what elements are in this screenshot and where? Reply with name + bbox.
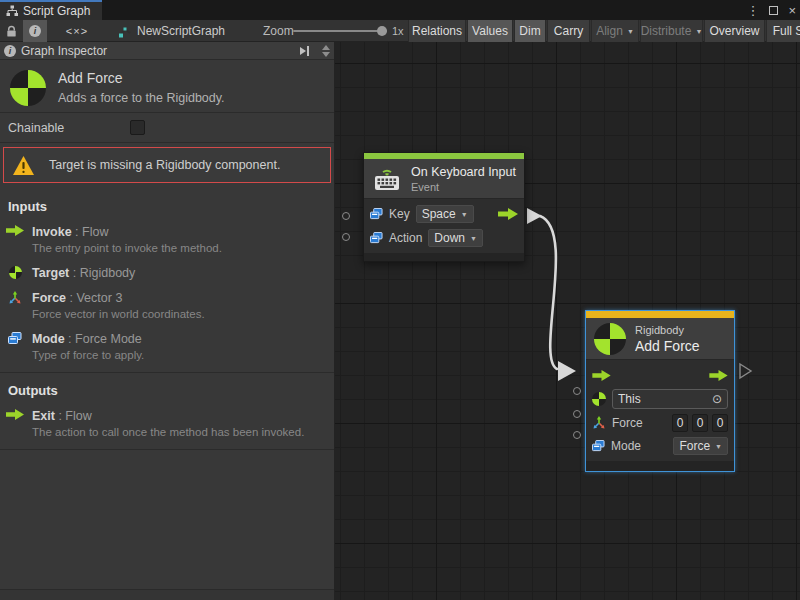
info-button[interactable]: i <box>23 20 47 42</box>
wire-start-arrow-icon[interactable] <box>527 208 542 224</box>
chainable-checkbox[interactable] <box>130 120 145 135</box>
carry-button[interactable]: Carry <box>547 20 590 42</box>
rigidbody-icon <box>594 323 626 355</box>
warning-box: Target is missing a Rigidbody component. <box>3 147 331 183</box>
lock-icon <box>5 25 18 38</box>
zoom-value: 1x <box>392 20 404 42</box>
key-dropdown[interactable]: Space ▼ <box>416 205 474 223</box>
panel-spinner[interactable] <box>322 45 330 57</box>
graph-breadcrumb[interactable]: NewScriptGraph <box>118 20 225 42</box>
menu-icon[interactable]: ⋮ <box>746 3 759 18</box>
graph-name-label: NewScriptGraph <box>137 24 225 38</box>
values-label: Values <box>472 24 508 38</box>
relations-button[interactable]: Relations <box>408 20 466 42</box>
node-footer <box>586 461 734 471</box>
flow-arrow-icon <box>6 409 24 420</box>
dock-panel-icon[interactable] <box>300 46 309 56</box>
zoom-label: Zoom <box>263 20 294 42</box>
action-dropdown[interactable]: Down ▼ <box>428 229 483 247</box>
port-row-force: Force : Vector 3 Force vector in world c… <box>0 290 334 322</box>
value-port[interactable] <box>573 387 581 395</box>
warning-text: Target is missing a Rigidbody component. <box>49 158 280 172</box>
carry-label: Carry <box>554 24 583 38</box>
overview-button[interactable]: Overview <box>704 20 765 42</box>
chainable-row: Chainable <box>0 113 334 143</box>
tab-bar: Script Graph ⋮ × <box>0 0 800 20</box>
values-button[interactable]: Values <box>467 20 513 42</box>
distribute-button[interactable]: Distribute ▼ <box>640 20 703 42</box>
force-z-input[interactable]: 0 <box>712 414 728 432</box>
lock-button[interactable] <box>0 20 22 42</box>
flow-input-arrow-icon[interactable] <box>592 370 611 381</box>
script-graph-icon <box>6 5 18 17</box>
close-icon[interactable]: × <box>788 3 796 18</box>
chevron-down-icon: ▼ <box>715 443 722 450</box>
info-icon: i <box>4 45 16 57</box>
inspector-header: i Graph Inspector <box>0 42 334 60</box>
node-header[interactable]: On Keyboard Input Event <box>364 159 524 199</box>
this-object-field[interactable]: This ⊙ <box>612 389 728 409</box>
spin-down-icon[interactable] <box>322 52 330 57</box>
force-y-input[interactable]: 0 <box>692 414 708 432</box>
value-port[interactable] <box>342 233 350 241</box>
rigidbody-icon <box>9 266 22 279</box>
chevron-down-icon: ▼ <box>695 28 702 35</box>
fullscreen-label: Full S <box>773 24 800 38</box>
dim-button[interactable]: Dim <box>514 20 546 42</box>
wire-end-arrow-icon[interactable] <box>558 361 576 381</box>
vector3-icon <box>592 416 606 430</box>
maximize-icon[interactable] <box>769 6 778 15</box>
zoom-slider-track[interactable] <box>293 30 387 32</box>
value-port[interactable] <box>573 431 581 439</box>
flow-output-arrow-icon[interactable] <box>709 370 728 381</box>
align-label: Align <box>596 24 623 38</box>
code-icon: <×> <box>66 25 88 37</box>
node-on-keyboard-input[interactable]: On Keyboard Input Event Key Space ▼ <box>363 152 525 262</box>
enum-icon <box>370 232 383 244</box>
port-row-exit: Exit : Flow The action to call once the … <box>0 408 334 440</box>
distribute-label: Distribute <box>641 24 692 38</box>
spin-up-icon[interactable] <box>322 45 330 50</box>
graph-toolbar: i <×> NewScriptGraph Zoom 1x Relations V… <box>0 20 800 42</box>
node-header[interactable]: Rigidbody Add Force <box>586 318 734 360</box>
code-view-button[interactable]: <×> <box>59 20 95 42</box>
overview-label: Overview <box>709 24 759 38</box>
node-footer <box>364 253 524 261</box>
relations-label: Relations <box>412 24 462 38</box>
outputs-header: Outputs <box>0 373 334 408</box>
node-body: This ⊙ Force 0 0 0 <box>586 360 734 461</box>
info-icon: i <box>29 25 41 37</box>
force-x-input[interactable]: 0 <box>672 414 688 432</box>
node-add-force[interactable]: Rigidbody Add Force This ⊙ <box>585 310 735 472</box>
align-button[interactable]: Align ▼ <box>591 20 639 42</box>
node-warning-bar <box>586 311 734 318</box>
graph-canvas[interactable]: On Keyboard Input Event Key Space ▼ <box>335 42 800 600</box>
key-label: Key <box>389 207 410 221</box>
node-title: Add Force <box>635 338 700 354</box>
value-port[interactable] <box>342 212 350 220</box>
inspector-bottom-strip <box>0 589 334 600</box>
unit-description: Adds a force to the Rigidbody. <box>58 91 225 105</box>
mode-dropdown[interactable]: Force ▼ <box>673 437 728 455</box>
rigidbody-icon <box>10 70 46 106</box>
chainable-label: Chainable <box>8 121 130 135</box>
action-value: Down <box>434 231 465 245</box>
zoom-slider-handle[interactable] <box>377 26 387 36</box>
tab-script-graph[interactable]: Script Graph <box>0 0 102 20</box>
chevron-down-icon: ▼ <box>461 211 468 218</box>
port-row-target: Target : Rigidbody <box>0 265 334 281</box>
node-body: Key Space ▼ Action Down <box>364 199 524 253</box>
flow-output-port-icon[interactable] <box>740 364 751 378</box>
value-port[interactable] <box>573 410 581 418</box>
zoom-slider[interactable] <box>293 20 387 42</box>
dim-label: Dim <box>519 24 540 38</box>
enum-icon <box>370 208 383 220</box>
fullscreen-button[interactable]: Full S <box>766 20 800 42</box>
port-row-invoke: Invoke : Flow The entry point to invoke … <box>0 224 334 256</box>
node-subtitle: Event <box>411 181 516 193</box>
rigidbody-icon <box>592 392 606 406</box>
object-picker-icon[interactable]: ⊙ <box>712 392 722 406</box>
port-row-mode: Mode : Force Mode Type of force to apply… <box>0 331 334 363</box>
tab-title: Script Graph <box>23 4 90 18</box>
flow-output-arrow-icon[interactable] <box>498 208 518 220</box>
